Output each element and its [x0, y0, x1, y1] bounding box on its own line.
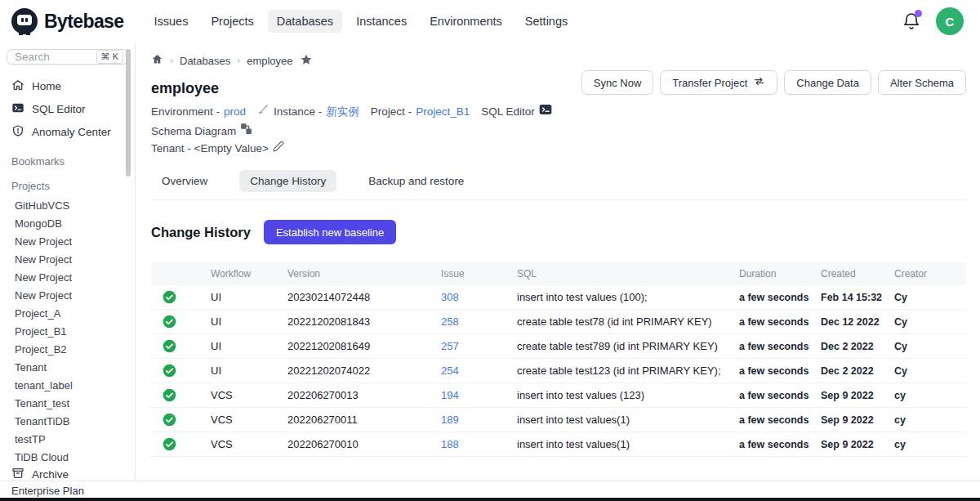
issue-link[interactable]: 258	[441, 315, 459, 328]
favorite-star-icon[interactable]	[300, 53, 313, 69]
environment-link[interactable]: prod	[224, 104, 246, 119]
issue-link[interactable]: 189	[441, 414, 459, 426]
workflow-cell: UI	[204, 310, 281, 334]
status-cell	[151, 359, 204, 383]
sidebar-project-item[interactable]: Project_B2	[0, 341, 135, 359]
table-row[interactable]: UI 20230214072448 308 insert into test v…	[151, 285, 966, 310]
instance-link[interactable]: 新实例	[326, 104, 359, 119]
duration-cell: a few seconds	[733, 334, 814, 359]
nav-projects[interactable]: Projects	[202, 10, 262, 33]
sidebar-item-sql-editor[interactable]: SQL Editor	[0, 97, 135, 120]
tab-change-history[interactable]: Change History	[239, 170, 336, 192]
issue-link[interactable]: 308	[441, 291, 459, 303]
duration-cell: a few seconds	[733, 285, 814, 310]
nav-issues[interactable]: Issues	[145, 10, 197, 33]
creator-cell: Cy	[888, 310, 966, 334]
issue-cell: 258	[434, 310, 510, 334]
nav-settings[interactable]: Settings	[516, 10, 577, 33]
tab-overview[interactable]: Overview	[151, 170, 218, 192]
sidebar-project-item[interactable]: New Project	[0, 251, 135, 269]
brand-name: Bytebase	[44, 11, 123, 33]
instance-label: Instance -	[274, 104, 322, 119]
sidebar-project-item[interactable]: testTP	[0, 431, 135, 449]
meta-schema-diagram[interactable]: Schema Diagram	[151, 123, 252, 139]
sidebar-project-item[interactable]: New Project	[0, 287, 135, 305]
column-header: Version	[281, 262, 434, 285]
nav-databases[interactable]: Databases	[268, 10, 342, 33]
table-row[interactable]: VCS 202206270013 194 insert into test va…	[151, 383, 966, 408]
establish-baseline-button[interactable]: Establish new baseline	[264, 220, 396, 244]
success-check-icon	[163, 437, 176, 451]
schema-diagram-icon	[240, 123, 252, 139]
sql-editor-label: SQL Editor	[481, 104, 535, 119]
sql-cell: insert into test values(1)	[510, 432, 733, 457]
sidebar-item-anomaly-center[interactable]: Anomaly Center	[0, 120, 135, 143]
workflow-cell: UI	[204, 285, 281, 310]
breadcrumb-databases[interactable]: Databases	[180, 55, 230, 67]
creator-cell: Cy	[888, 359, 966, 383]
sidebar-scrollbar[interactable]	[126, 49, 131, 177]
sidebar-item-label: SQL Editor	[32, 103, 86, 115]
success-check-icon	[163, 315, 176, 329]
sidebar-project-item[interactable]: Tenant_test	[0, 395, 135, 413]
table-row[interactable]: VCS 202206270011 189 insert into test va…	[151, 408, 966, 432]
sidebar-item-home[interactable]: Home	[0, 74, 135, 97]
issue-link[interactable]: 194	[441, 389, 459, 401]
search-input[interactable]	[15, 51, 82, 63]
table-row[interactable]: UI 20221202074022 254 create table test1…	[151, 359, 966, 383]
sidebar-item-label: Home	[32, 80, 61, 92]
button-label: Sync Now	[594, 77, 642, 89]
table-row[interactable]: UI 20221202081843 258 create table test7…	[151, 310, 966, 334]
creator-cell: cy	[888, 383, 966, 408]
breadcrumb-home-icon[interactable]	[151, 53, 163, 68]
alter-schema-button[interactable]: Alter Schema	[878, 70, 966, 95]
sql-cell: create table test78 (id int PRIMARY KEY)	[510, 310, 733, 334]
table-row[interactable]: UI 20221202081649 257 create table test7…	[151, 334, 966, 359]
nav-instances[interactable]: Instances	[347, 10, 416, 33]
workflow-cell: VCS	[204, 432, 281, 457]
sidebar-project-item[interactable]: TiDB Cloud	[0, 449, 135, 467]
table-row[interactable]: VCS 202206270010 188 insert into test va…	[151, 432, 966, 457]
success-check-icon	[163, 413, 176, 427]
column-header: Issue	[434, 262, 510, 285]
sidebar-project-item[interactable]: Project_A	[0, 305, 135, 323]
sidebar-project-item[interactable]: New Project	[0, 233, 135, 251]
sidebar-project-item[interactable]: Tenant	[0, 359, 135, 377]
project-link[interactable]: Project_B1	[416, 104, 470, 119]
column-header	[151, 262, 204, 285]
breadcrumb-employee[interactable]: employee	[247, 55, 292, 67]
project-label: Project -	[371, 104, 412, 119]
search-box[interactable]: ⌘ K	[7, 49, 128, 65]
change-history-heading: Change History	[151, 225, 251, 240]
issue-link[interactable]: 257	[441, 340, 459, 352]
issue-link[interactable]: 188	[441, 438, 459, 450]
notifications-bell-icon[interactable]	[902, 11, 921, 31]
top-navbar: Bytebase Issues Projects Databases Insta…	[0, 0, 980, 42]
sidebar-project-item[interactable]: tenant_label	[0, 377, 135, 395]
sidebar-project-item[interactable]: MongoDB	[0, 215, 135, 233]
tab-backup-and-restore[interactable]: Backup and restore	[358, 170, 474, 192]
created-cell: Sep 9 2022	[814, 383, 888, 408]
sidebar-project-item[interactable]: New Project	[0, 269, 135, 287]
column-header: SQL	[510, 262, 733, 285]
success-check-icon	[163, 290, 176, 304]
sidebar-project-item[interactable]: TenantTiDB	[0, 413, 135, 431]
sync-now-button[interactable]: Sync Now	[581, 70, 654, 95]
creator-cell: cy	[888, 432, 966, 457]
db-engine-icon	[257, 103, 270, 119]
sidebar-project-item[interactable]: Project_B1	[0, 323, 135, 341]
tenant-label: Tenant - <Empty Value>	[151, 141, 269, 156]
edit-pencil-icon[interactable]	[273, 141, 284, 156]
change-data-button[interactable]: Change Data	[784, 70, 871, 95]
issue-cell: 188	[434, 432, 510, 457]
transfer-project-button[interactable]: Transfer Project	[660, 70, 777, 95]
nav-environments[interactable]: Environments	[421, 10, 511, 33]
issue-link[interactable]: 254	[441, 365, 459, 377]
sidebar-project-item[interactable]: GitHubVCS	[0, 197, 135, 215]
status-cell	[151, 285, 204, 310]
brand-logo[interactable]: Bytebase	[11, 8, 123, 34]
user-avatar[interactable]: C	[936, 7, 964, 35]
sql-cell: create table test123 (id int PRIMARY KEY…	[510, 359, 733, 383]
meta-sql-editor[interactable]: SQL Editor	[481, 104, 552, 119]
bookmarks-section-label: Bookmarks	[0, 154, 135, 170]
